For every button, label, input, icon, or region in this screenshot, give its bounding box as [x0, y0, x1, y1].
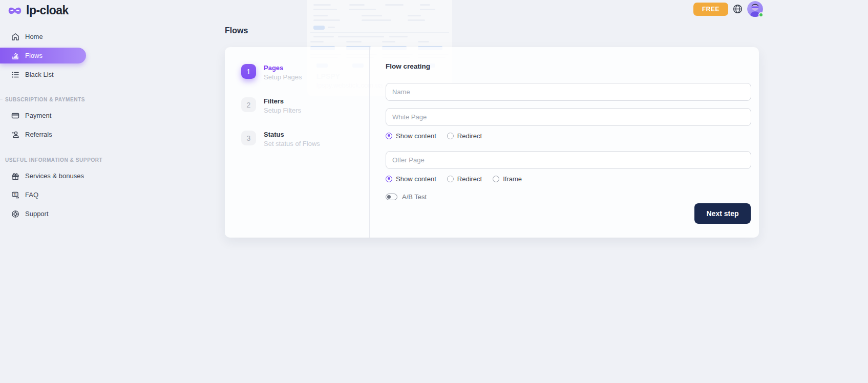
- wizard-step-pages[interactable]: 1 Pages Setup Pages: [241, 64, 364, 81]
- section-label-support: USEFUL INFORMATION & SUPPORT: [0, 157, 93, 163]
- sidebar-item-label: Referrals: [25, 131, 52, 138]
- sidebar-item-faq[interactable]: ?! FAQ: [0, 187, 93, 203]
- offer-show-content-radio[interactable]: Show content: [386, 175, 436, 183]
- wizard-step-status[interactable]: 3 Status Set status of Flows: [241, 131, 364, 147]
- sidebar-nav: Home Flows Black List SUBSCRIPTION & PAY…: [0, 29, 93, 225]
- credit-card-icon: [11, 111, 19, 120]
- wizard-step-filters[interactable]: 2 Filters Setup Filters: [241, 97, 364, 114]
- language-globe-icon[interactable]: [733, 4, 743, 14]
- offer-page-mode-options: Show content Redirect Iframe: [386, 175, 751, 183]
- mask-logo-icon: [8, 6, 22, 16]
- sidebar-item-label: Flows: [25, 52, 43, 59]
- flow-creating-form: Flow creating Show content Redirect Show…: [386, 62, 751, 201]
- home-icon: [11, 32, 19, 41]
- radio-dot-icon: [493, 176, 499, 182]
- logo-text: lp-cloak: [26, 4, 69, 17]
- sidebar-item-label: Home: [25, 33, 43, 40]
- sidebar-item-referrals[interactable]: Referrals: [0, 126, 93, 142]
- list-icon: [11, 70, 19, 79]
- step-title: Filters: [264, 97, 301, 105]
- page-title: Flows: [225, 26, 248, 35]
- faq-bubble-icon: ?!: [11, 190, 19, 199]
- sidebar-item-label: Payment: [25, 112, 51, 119]
- radio-dot-icon: [447, 133, 454, 139]
- radio-dot-icon: [386, 176, 392, 182]
- sidebar-item-payment[interactable]: Payment: [0, 108, 93, 123]
- step-title: Pages: [264, 64, 302, 72]
- form-title: Flow creating: [386, 62, 751, 70]
- sidebar-item-services[interactable]: Services & bonuses: [0, 168, 93, 184]
- sidebar-item-label: Support: [25, 210, 49, 218]
- white-show-content-radio[interactable]: Show content: [386, 132, 436, 140]
- step-title: Status: [264, 131, 320, 138]
- step-number: 3: [241, 131, 256, 145]
- plan-badge[interactable]: FREE: [693, 3, 728, 16]
- ab-test-label: A/B Test: [402, 193, 427, 201]
- lifebuoy-icon: [11, 209, 19, 218]
- flow-creating-panel: 1 Pages Setup Pages 2 Filters Setup Filt…: [225, 47, 759, 238]
- offer-page-input[interactable]: [386, 151, 751, 169]
- sidebar-item-label: Black List: [25, 71, 54, 78]
- offer-redirect-radio[interactable]: Redirect: [447, 175, 482, 183]
- sidebar-item-home[interactable]: Home: [0, 29, 93, 45]
- step-subtitle: Set status of Flows: [264, 140, 320, 147]
- app-logo[interactable]: lp-cloak: [0, 0, 93, 17]
- sidebar-item-label: Services & bonuses: [25, 172, 84, 180]
- step-number: 2: [241, 97, 256, 112]
- white-page-input[interactable]: [386, 108, 751, 126]
- panel-divider: [369, 47, 370, 238]
- toggle-switch-icon: [386, 194, 397, 200]
- step-subtitle: Setup Filters: [264, 107, 301, 114]
- radio-dot-icon: [447, 176, 454, 182]
- gift-icon: [11, 172, 19, 180]
- ab-test-toggle[interactable]: A/B Test: [386, 193, 751, 201]
- white-page-mode-options: Show content Redirect: [386, 132, 751, 140]
- section-label-subscription: SUBSCRIPTION & PAYMENTS: [0, 97, 93, 102]
- offer-iframe-radio[interactable]: Iframe: [493, 175, 522, 183]
- step-subtitle: Setup Pages: [264, 73, 302, 81]
- white-redirect-radio[interactable]: Redirect: [447, 132, 482, 140]
- next-step-button[interactable]: Next step: [694, 203, 751, 224]
- radio-dot-icon: [386, 133, 392, 139]
- svg-text:?!: ?!: [13, 193, 16, 196]
- sidebar: lp-cloak Home Flows Black List SUBSCRIPT…: [0, 0, 93, 383]
- sidebar-item-label: FAQ: [25, 191, 38, 199]
- sidebar-item-black-list[interactable]: Black List: [0, 67, 93, 82]
- flow-name-input[interactable]: [386, 83, 751, 101]
- flows-icon: [11, 51, 19, 60]
- step-number: 1: [241, 64, 256, 79]
- referral-user-icon: [11, 130, 19, 139]
- topbar-actions: FREE: [693, 1, 763, 17]
- user-avatar[interactable]: [747, 1, 763, 17]
- wizard-steps: 1 Pages Setup Pages 2 Filters Setup Filt…: [241, 64, 364, 164]
- sidebar-item-flows[interactable]: Flows: [0, 48, 86, 63]
- online-status-dot: [758, 12, 764, 17]
- sidebar-item-support[interactable]: Support: [0, 206, 93, 222]
